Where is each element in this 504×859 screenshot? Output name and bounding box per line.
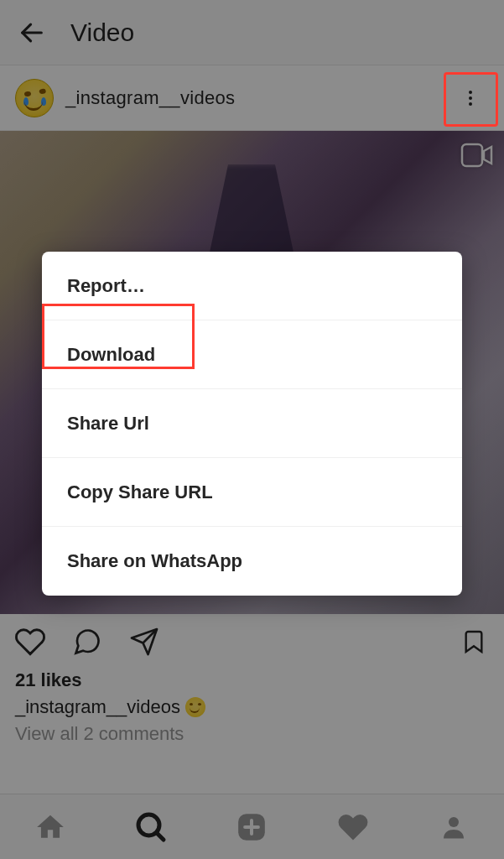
comment-icon — [72, 627, 102, 657]
heart-fill-icon — [336, 810, 370, 844]
home-icon — [34, 811, 66, 843]
back-button[interactable] — [15, 16, 49, 49]
view-all-comments[interactable]: View all 2 comments — [15, 723, 489, 745]
send-icon — [129, 627, 159, 657]
menu-copy-share-url[interactable]: Copy Share URL — [42, 458, 462, 527]
post-meta: 21 likes _instagram__videos View all 2 c… — [0, 669, 504, 745]
heart-icon — [14, 626, 46, 658]
tab-create[interactable] — [229, 804, 274, 850]
bottom-nav — [0, 794, 504, 859]
menu-share-whatsapp[interactable]: Share on WhatsApp — [42, 527, 462, 596]
menu-report[interactable]: Report… — [42, 252, 462, 320]
tab-home[interactable] — [28, 804, 73, 850]
caption: _instagram__videos — [15, 696, 489, 718]
menu-share-url[interactable]: Share Url — [42, 389, 462, 458]
avatar[interactable] — [15, 79, 54, 117]
post-username[interactable]: _instagram__videos — [65, 87, 235, 109]
post-actions — [0, 614, 504, 669]
menu-download[interactable]: Download — [42, 320, 462, 389]
svg-point-2 — [469, 96, 472, 100]
svg-point-1 — [469, 91, 472, 94]
plus-square-icon — [236, 811, 268, 843]
video-camera-icon — [460, 141, 494, 169]
svg-point-11 — [449, 817, 459, 827]
dots-vertical-icon — [460, 86, 481, 111]
tab-profile[interactable] — [431, 804, 476, 850]
svg-rect-4 — [462, 144, 482, 166]
save-button[interactable] — [455, 623, 492, 660]
video-badge — [459, 139, 496, 171]
app-header: Video — [0, 0, 504, 65]
comment-button[interactable] — [69, 623, 106, 660]
tab-search[interactable] — [128, 804, 174, 850]
svg-line-7 — [157, 832, 164, 839]
more-options-button[interactable] — [445, 73, 496, 123]
share-button[interactable] — [126, 623, 163, 660]
arrow-left-icon — [18, 18, 46, 47]
options-modal: Report… Download Share Url Copy Share UR… — [42, 252, 462, 596]
bookmark-icon — [460, 626, 487, 658]
page-title: Video — [70, 18, 134, 47]
likes-count[interactable]: 21 likes — [15, 669, 489, 691]
person-icon — [439, 812, 469, 842]
search-icon — [134, 810, 168, 844]
like-button[interactable] — [12, 623, 49, 660]
post-header: _instagram__videos — [0, 65, 504, 131]
laughing-emoji-icon — [185, 697, 205, 717]
tab-activity[interactable] — [330, 804, 376, 850]
caption-username[interactable]: _instagram__videos — [15, 696, 180, 718]
svg-point-3 — [469, 102, 472, 106]
